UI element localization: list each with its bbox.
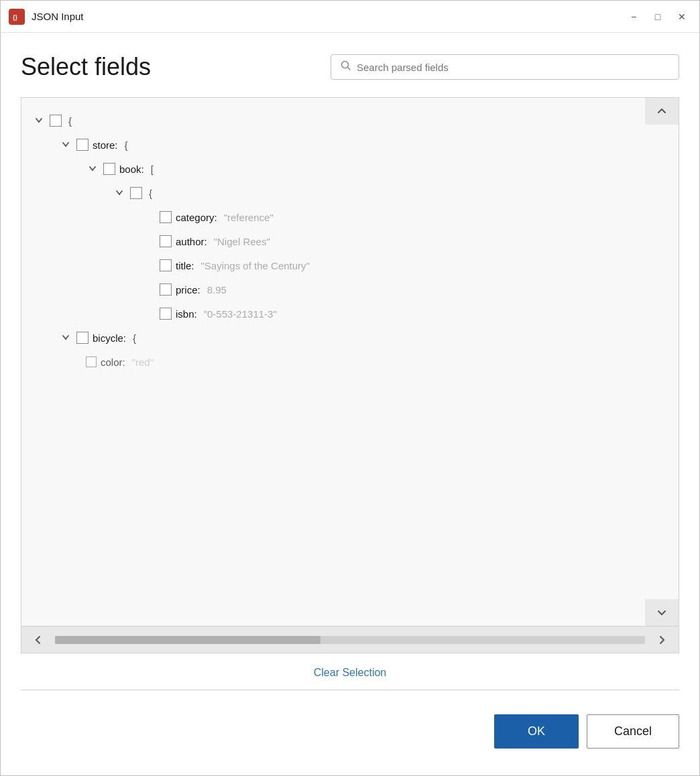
checkbox-author[interactable] [160, 235, 172, 247]
title-bar-left: {} JSON Input [9, 9, 84, 25]
scroll-down-button[interactable] [645, 599, 679, 626]
clear-selection-row: Clear Selection [21, 653, 679, 690]
tree-node-isbn: isbn: "0-553-21311-3" [32, 302, 645, 326]
tree-node-category: category: "reference" [32, 205, 645, 229]
tree-node-book-item: { [32, 181, 645, 205]
svg-line-3 [348, 68, 351, 70]
value-author: "Nigel Rees" [214, 236, 270, 247]
brace-root: { [68, 115, 72, 127]
field-price: price: [176, 284, 200, 296]
checkbox-bicycle[interactable] [76, 332, 89, 344]
ok-button[interactable]: OK [494, 714, 579, 749]
footer-row: OK Cancel [21, 704, 679, 762]
field-store: store: [93, 139, 118, 151]
window-title: JSON Input [32, 11, 84, 22]
header-row: Select fields [21, 53, 679, 81]
maximize-button[interactable]: □ [648, 7, 667, 26]
h-scroll-thumb[interactable] [55, 636, 320, 644]
tree-node-price: price: 8.95 [32, 277, 645, 302]
chevron-root[interactable] [32, 114, 46, 127]
app-icon: {} [9, 9, 25, 25]
field-book: book: [119, 164, 144, 175]
value-category: "reference" [224, 212, 274, 223]
checkbox-isbn[interactable] [160, 308, 172, 320]
checkbox-color[interactable] [86, 357, 97, 367]
close-button[interactable]: ✕ [673, 7, 691, 26]
main-window: {} JSON Input − □ ✕ Select fields [0, 0, 700, 776]
scroll-up-button[interactable] [645, 98, 679, 125]
field-color: color: [101, 357, 125, 368]
tree-node-author: author: "Nigel Rees" [32, 229, 645, 253]
field-title: title: [176, 260, 194, 271]
field-isbn: isbn: [176, 308, 197, 320]
tree-node-bicycle: bicycle: { [32, 326, 645, 350]
title-bar: {} JSON Input − □ ✕ [1, 1, 699, 33]
checkbox-store[interactable] [76, 139, 89, 151]
value-title: "Sayings of the Century" [201, 260, 310, 271]
checkbox-price[interactable] [160, 283, 172, 296]
value-price: 8.95 [207, 284, 227, 296]
search-icon [341, 60, 351, 74]
chevron-book[interactable] [86, 162, 99, 176]
h-scroll-track [55, 636, 645, 644]
clear-selection-button[interactable]: Clear Selection [314, 667, 387, 679]
horizontal-scrollbar [21, 626, 679, 653]
tree-node-root: { [32, 109, 645, 133]
cancel-button[interactable]: Cancel [587, 714, 679, 749]
tree-container: { store: { book: [21, 97, 679, 653]
chevron-store[interactable] [59, 138, 72, 151]
search-input[interactable] [357, 62, 669, 73]
checkbox-title[interactable] [160, 259, 172, 271]
checkbox-root[interactable] [50, 115, 62, 127]
content-area: Select fields [1, 33, 699, 775]
brace-bicycle: { [133, 332, 136, 344]
field-category: category: [176, 212, 217, 223]
tree-scroll-area[interactable]: { store: { book: [21, 98, 679, 626]
field-author: author: [176, 236, 207, 247]
tree-node-title: title: "Sayings of the Century" [32, 253, 645, 277]
brace-book-item: { [149, 188, 152, 199]
checkbox-book[interactable] [103, 163, 115, 175]
tree-node-book: book: [ [32, 157, 645, 181]
section-divider [21, 690, 679, 690]
brace-store: { [125, 139, 128, 151]
field-bicycle: bicycle: [93, 332, 126, 344]
minimize-button[interactable]: − [624, 7, 643, 26]
checkbox-category[interactable] [160, 211, 172, 223]
scroll-left-button[interactable] [21, 627, 55, 653]
search-box [331, 54, 679, 80]
page-title: Select fields [21, 53, 151, 81]
title-bar-controls: − □ ✕ [624, 7, 691, 26]
value-color: "red" [132, 357, 154, 368]
checkbox-book-item[interactable] [130, 187, 142, 199]
tree-node-color: color: "red" [32, 350, 645, 374]
brace-book: [ [151, 164, 154, 175]
chevron-bicycle[interactable] [59, 331, 72, 344]
value-isbn: "0-553-21311-3" [204, 308, 277, 320]
tree-node-store: store: { [32, 133, 645, 157]
svg-text:{}: {} [13, 14, 18, 21]
scroll-right-button[interactable] [645, 627, 679, 653]
chevron-book-item[interactable] [113, 186, 126, 200]
